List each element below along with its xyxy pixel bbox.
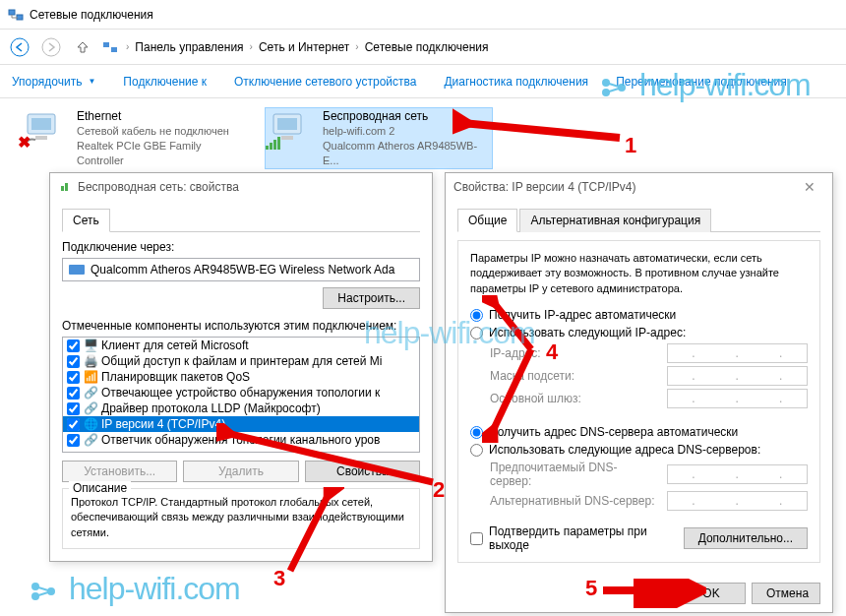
radio-auto-dns[interactable]: Получить адрес DNS-сервера автоматически: [470, 425, 808, 439]
adapter-device: Realtek PCIe GBE Family Controller: [77, 139, 246, 168]
organize-menu[interactable]: Упорядочить▼: [12, 75, 95, 89]
list-item[interactable]: 🔗Ответчик обнаружения топологии канально…: [63, 432, 419, 448]
svg-line-29: [35, 586, 51, 591]
list-item-ipv4[interactable]: 🌐IP версии 4 (TCP/IPv4): [63, 416, 419, 432]
svg-rect-7: [31, 118, 51, 130]
lltd-icon: 🔗: [84, 386, 97, 400]
list-item[interactable]: 🖥️Клиент для сетей Microsoft: [63, 338, 419, 353]
nic-icon: [69, 264, 85, 276]
svg-rect-12: [61, 186, 64, 191]
tab-alt-config[interactable]: Альтернативная конфигурация: [519, 209, 711, 232]
close-button[interactable]: ✕: [795, 179, 824, 195]
window-title: Сетевые подключения: [30, 8, 153, 22]
adapter-name: Беспроводная сеть: [323, 108, 492, 124]
wifi-small-icon: [58, 180, 72, 194]
window-titlebar: Сетевые подключения: [0, 0, 846, 30]
breadcrumb-item[interactable]: Сетевые подключения: [365, 40, 489, 54]
properties-button[interactable]: Свойства: [305, 461, 420, 482]
ethernet-icon: ✖: [20, 108, 67, 150]
svg-rect-4: [103, 42, 109, 47]
svg-point-2: [11, 38, 29, 56]
adapter-status: help-wifi.com 2: [323, 124, 492, 139]
subnet-mask-input: ...: [667, 366, 808, 386]
description-group: Описание Протокол TCP/IP. Стандартный пр…: [62, 488, 420, 549]
connect-to-button[interactable]: Подключение к: [123, 75, 207, 89]
adapter-device: Qualcomm Atheros AR9485WB-E...: [323, 139, 492, 168]
diagnose-button[interactable]: Диагностика подключения: [444, 75, 588, 89]
adapter-name: Ethernet: [77, 108, 246, 124]
dns2-input: ...: [667, 491, 808, 511]
ipv4-properties-dialog: Свойства: IP версии 4 (TCP/IPv4) ✕ Общие…: [445, 172, 833, 613]
tab-network[interactable]: Сеть: [62, 209, 110, 232]
svg-rect-10: [277, 118, 297, 130]
adapter-status: Сетевой кабель не подключен: [77, 124, 246, 139]
dialog-tabs: Сеть: [62, 209, 420, 232]
chevron-down-icon: ▼: [88, 77, 95, 86]
adapter-ethernet[interactable]: ✖ Ethernet Сетевой кабель не подключен R…: [20, 108, 246, 168]
annotation-number: 2: [433, 477, 445, 503]
svg-point-3: [42, 38, 60, 56]
validate-checkbox[interactable]: Подтвердить параметры при выходе: [470, 524, 684, 552]
ok-button[interactable]: OK: [677, 583, 746, 604]
client-icon: 🖥️: [84, 339, 97, 352]
description-text: Протокол TCP/IP. Стандартный протокол гл…: [71, 495, 411, 540]
back-button[interactable]: [8, 35, 31, 59]
cancel-button[interactable]: Отмена: [752, 583, 820, 604]
install-button[interactable]: Установить...: [62, 461, 177, 482]
disable-device-button[interactable]: Отключение сетевого устройства: [234, 75, 416, 89]
disconnected-icon: ✖: [18, 133, 30, 152]
breadcrumb-item[interactable]: Сеть и Интернет: [259, 40, 349, 54]
up-button[interactable]: [71, 35, 94, 59]
lltd2-icon: 🔗: [84, 433, 97, 447]
configure-button[interactable]: Настроить...: [323, 287, 420, 309]
list-item[interactable]: 🔗Драйвер протокола LLDP (Майкрософт): [63, 400, 419, 416]
remove-button: Удалить: [183, 461, 298, 482]
dialog-tabs: Общие Альтернативная конфигурация: [457, 209, 820, 232]
svg-point-26: [31, 583, 39, 590]
tab-general[interactable]: Общие: [457, 209, 517, 232]
command-bar: Упорядочить▼ Подключение к Отключение се…: [0, 65, 846, 98]
gateway-input: ...: [667, 389, 808, 408]
watermark: help-wifi.com: [30, 571, 240, 607]
adapter-name-box: Qualcomm Atheros AR9485WB-EG Wireless Ne…: [62, 258, 420, 281]
location-icon: [102, 39, 118, 55]
svg-rect-13: [65, 183, 68, 191]
ipv4-icon: 🌐: [84, 417, 97, 431]
lldp-icon: 🔗: [84, 401, 97, 415]
dialog-titlebar: Беспроводная сеть: свойства: [50, 173, 432, 201]
components-list[interactable]: 🖥️Клиент для сетей Microsoft 🖨️Общий дос…: [62, 337, 420, 453]
dialog-titlebar: Свойства: IP версии 4 (TCP/IPv4) ✕: [446, 173, 832, 201]
signal-icon: [266, 136, 280, 150]
dns1-input: ...: [667, 464, 808, 484]
qos-icon: 📶: [84, 370, 97, 384]
ip-address-input: ...: [667, 343, 808, 363]
advanced-button[interactable]: Дополнительно...: [684, 527, 808, 549]
svg-line-30: [35, 591, 51, 596]
connect-via-label: Подключение через:: [62, 240, 420, 254]
list-item[interactable]: 🔗Отвечающее устройство обнаружения топол…: [63, 385, 419, 400]
ipv4-intro: Параметры IP можно назначать автоматичес…: [470, 251, 808, 296]
radio-manual-ip[interactable]: Использовать следующий IP-адрес:: [470, 326, 808, 339]
svg-rect-5: [111, 47, 117, 52]
wifi-icon: [266, 108, 313, 150]
list-item[interactable]: 🖨️Общий доступ к файлам и принтерам для …: [63, 353, 419, 369]
navigation-bar: › Панель управления › Сеть и Интернет › …: [0, 30, 846, 65]
breadcrumb-item[interactable]: Панель управления: [135, 40, 243, 54]
list-item[interactable]: 📶Планировщик пакетов QoS: [63, 369, 419, 385]
forward-button[interactable]: [39, 35, 63, 59]
radio-auto-ip[interactable]: Получить IP-адрес автоматически: [470, 308, 808, 322]
rename-button[interactable]: Переименование подключения: [616, 75, 787, 89]
adapter-properties-dialog: Беспроводная сеть: свойства Сеть Подключ…: [49, 172, 433, 562]
svg-point-28: [47, 587, 55, 595]
annotation-number: 3: [273, 566, 285, 591]
network-icon: [8, 7, 24, 23]
breadcrumb[interactable]: › Панель управления › Сеть и Интернет › …: [126, 40, 488, 54]
svg-point-27: [31, 592, 39, 600]
adapter-list: ✖ Ethernet Сетевой кабель не подключен R…: [0, 98, 846, 178]
adapter-wifi[interactable]: Беспроводная сеть help-wifi.com 2 Qualco…: [266, 108, 492, 168]
svg-rect-0: [9, 10, 15, 15]
svg-rect-11: [281, 136, 293, 140]
radio-manual-dns[interactable]: Использовать следующие адреса DNS-сервер…: [470, 443, 808, 457]
svg-rect-14: [69, 265, 85, 275]
components-label: Отмеченные компоненты используются этим …: [62, 319, 420, 333]
